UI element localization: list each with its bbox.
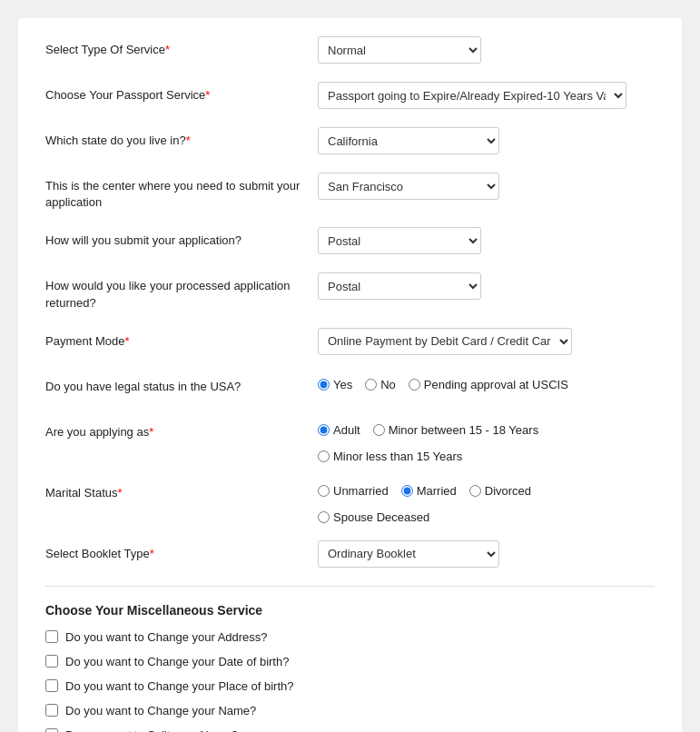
return-app-control: Postal Courier Pick Up: [318, 272, 655, 300]
legal-status-label: Do you have legal status in the USA?: [45, 373, 318, 395]
marital-divorced[interactable]: Divorced: [469, 484, 531, 498]
marital-status-row: Marital Status* Unmarried Married Divorc…: [45, 480, 655, 524]
service-type-label: Select Type Of Service*: [45, 36, 318, 58]
center-control: San Francisco Los Angeles San Diego: [318, 173, 655, 200]
misc-section: Choose Your Miscellaneous Service Do you…: [45, 603, 655, 732]
submit-app-label: How will you submit your application?: [45, 227, 318, 249]
marital-spouse-deceased[interactable]: Spouse Deceased: [318, 510, 429, 524]
service-type-select[interactable]: Normal Urgent Tatkal: [318, 36, 481, 64]
booklet-type-control: Ordinary Booklet Jumbo Booklet: [318, 540, 655, 568]
submit-app-row: How will you submit your application? Po…: [45, 227, 655, 256]
passport-service-control: Passport going to Expire/Already Expired…: [318, 82, 655, 109]
return-app-label: How would you like your processed applic…: [45, 272, 318, 311]
state-control: California New York Texas Florida: [318, 127, 655, 154]
booklet-type-select[interactable]: Ordinary Booklet Jumbo Booklet: [318, 540, 499, 568]
submit-app-control: Postal In Person: [318, 227, 655, 254]
marital-status-control: Unmarried Married Divorced Spouse Deceas…: [318, 480, 655, 524]
applying-adult[interactable]: Adult: [318, 423, 360, 437]
applying-as-row: Are you applying as* Adult Minor between…: [45, 419, 655, 463]
return-app-select[interactable]: Postal Courier Pick Up: [318, 272, 481, 300]
applying-minor-15-18[interactable]: Minor between 15 - 18 Years: [373, 423, 539, 437]
submit-app-select[interactable]: Postal In Person: [318, 227, 481, 254]
center-label: This is the center where you need to sub…: [45, 173, 318, 211]
legal-status-yes[interactable]: Yes: [318, 378, 352, 391]
applying-as-control: Adult Minor between 15 - 18 Years Minor …: [318, 419, 655, 463]
service-type-row: Select Type Of Service* Normal Urgent Ta…: [45, 36, 655, 65]
state-row: Which state do you live in?* California …: [45, 127, 655, 156]
misc-split-name[interactable]: Do you want to Split your Name?: [45, 728, 655, 732]
center-row: This is the center where you need to sub…: [45, 173, 655, 211]
return-app-row: How would you like your processed applic…: [45, 272, 655, 311]
section-divider: [45, 586, 655, 587]
payment-mode-control: Online Payment by Debit Card / Credit Ca…: [318, 328, 655, 355]
booklet-type-label: Select Booklet Type*: [45, 540, 318, 562]
marital-unmarried[interactable]: Unmarried: [318, 484, 389, 498]
legal-status-row: Do you have legal status in the USA? Yes…: [45, 373, 655, 402]
legal-status-radio-group: Yes No Pending approval at USCIS: [318, 373, 568, 391]
passport-service-label: Choose Your Passport Service*: [45, 82, 318, 104]
misc-change-place[interactable]: Do you want to Change your Place of birt…: [45, 679, 655, 693]
marital-status-label: Marital Status*: [45, 480, 318, 501]
misc-change-address[interactable]: Do you want to Change your Address?: [45, 630, 655, 644]
legal-status-pending[interactable]: Pending approval at USCIS: [409, 378, 568, 391]
marital-married[interactable]: Married: [401, 484, 457, 498]
service-type-control: Normal Urgent Tatkal: [318, 36, 655, 64]
booklet-type-row: Select Booklet Type* Ordinary Booklet Ju…: [45, 540, 655, 569]
payment-mode-row: Payment Mode* Online Payment by Debit Ca…: [45, 328, 655, 357]
applying-as-label: Are you applying as*: [45, 419, 318, 440]
legal-status-control: Yes No Pending approval at USCIS: [318, 373, 655, 391]
passport-service-row: Choose Your Passport Service* Passport g…: [45, 82, 655, 111]
passport-service-select[interactable]: Passport going to Expire/Already Expired…: [318, 82, 626, 109]
state-label: Which state do you live in?*: [45, 127, 318, 149]
applying-as-radio-group: Adult Minor between 15 - 18 Years Minor …: [318, 419, 655, 463]
state-select[interactable]: California New York Texas Florida: [318, 127, 499, 154]
misc-change-dob[interactable]: Do you want to Change your Date of birth…: [45, 655, 655, 668]
payment-mode-label: Payment Mode*: [45, 328, 318, 350]
misc-change-name[interactable]: Do you want to Change your Name?: [45, 704, 655, 717]
misc-title: Choose Your Miscellaneous Service: [45, 603, 655, 618]
marital-status-radio-group: Unmarried Married Divorced Spouse Deceas…: [318, 480, 655, 524]
applying-minor-less-15[interactable]: Minor less than 15 Years: [318, 450, 462, 463]
form-container: Select Type Of Service* Normal Urgent Ta…: [18, 18, 682, 732]
legal-status-no[interactable]: No: [365, 378, 396, 391]
payment-mode-select[interactable]: Online Payment by Debit Card / Credit Ca…: [318, 328, 572, 355]
center-select[interactable]: San Francisco Los Angeles San Diego: [318, 173, 499, 200]
